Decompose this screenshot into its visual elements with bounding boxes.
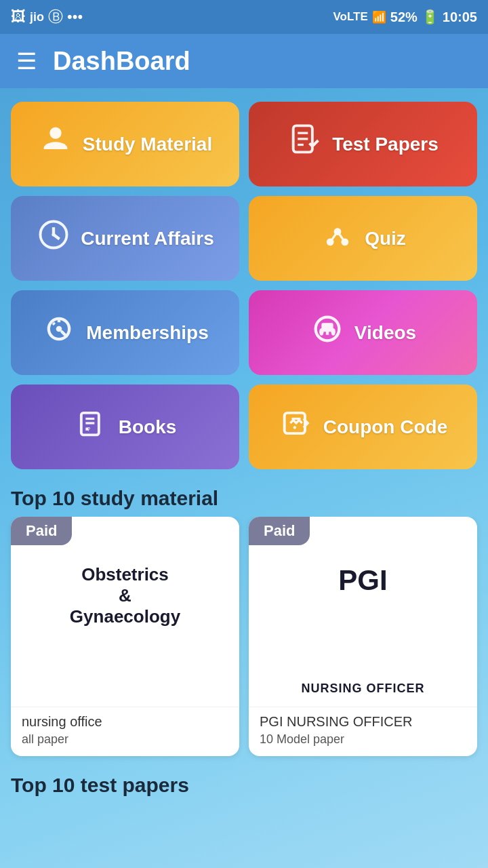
current-affairs-label: Current Affairs [81,228,214,250]
memberships-card[interactable]: Memberships [11,290,239,375]
test-papers-icon [287,123,323,165]
page-title: DashBoard [53,47,190,76]
study-card-2-name: PGI NURSING OFFICER [260,714,466,730]
videos-card[interactable]: Videos [249,290,477,375]
memberships-icon [41,311,77,354]
test-papers-label: Test Papers [332,134,439,155]
dashboard-grid: Study Material Test Papers Current Affai… [0,88,488,476]
sim-icon: 📶 [372,10,386,24]
study-card-1-footer: nursing office all paper [11,707,239,756]
time-display: 10:05 [443,9,477,25]
paid-badge-2: Paid [249,517,310,545]
current-affairs-card[interactable]: Current Affairs [11,196,239,281]
study-material-card[interactable]: Study Material [11,102,239,186]
current-affairs-icon [36,217,71,260]
svg-point-16 [331,328,336,336]
books-card[interactable]: ? Books [11,384,239,469]
coupon-code-card[interactable]: Coupon Code [249,384,477,469]
quiz-icon [320,217,355,260]
svg-point-22 [293,426,296,429]
memberships-label: Memberships [86,322,209,344]
svg-text:?: ? [87,426,90,433]
more-icon: ••• [67,8,83,26]
svg-point-8 [52,233,56,236]
status-bar: 🖼 jio Ⓑ ••• VoLTE 📶 52% 🔋 10:05 [0,0,488,34]
study-card-1[interactable]: Paid Obstetrics&Gynaecology nursing offi… [11,517,239,756]
study-card-2-subtitle: NURSING OFFICER [260,682,466,696]
books-icon: ? [74,406,109,448]
study-card-1-title: Obstetrics&Gynaecology [22,551,228,634]
study-card-1-body: Obstetrics&Gynaecology [11,517,239,707]
app-icon-3: Ⓑ [48,7,63,27]
status-right: VoLTE 📶 52% 🔋 10:05 [333,9,478,25]
study-card-2[interactable]: Paid PGI NURSING OFFICER PGI NURSING OFF… [249,517,477,756]
videos-icon [310,311,345,354]
battery-text: 52% [390,9,418,25]
app-icon-2: jio [30,10,44,24]
svg-line-12 [330,232,338,242]
hamburger-menu[interactable]: ☰ [16,47,37,75]
top-bar: ☰ DashBoard [0,34,488,88]
study-card-2-desc: 10 Model paper [260,732,466,747]
videos-label: Videos [354,322,416,344]
battery-icon: 🔋 [422,9,439,25]
study-card-2-title: PGI [260,551,466,604]
quiz-card[interactable]: Quiz [249,196,477,281]
status-left: 🖼 jio Ⓑ ••• [11,7,83,27]
coupon-code-label: Coupon Code [323,416,448,438]
study-material-icon [38,123,73,165]
study-card-1-desc: all paper [22,732,228,747]
app-icon-1: 🖼 [11,8,26,26]
coupon-code-icon [279,406,314,448]
test-papers-card[interactable]: Test Papers [249,102,477,186]
books-label: Books [119,416,177,438]
study-material-cards-row: Paid Obstetrics&Gynaecology nursing offi… [0,517,488,767]
study-card-2-body: PGI NURSING OFFICER [249,517,477,707]
study-card-2-footer: PGI NURSING OFFICER 10 Model paper [249,707,477,756]
study-card-1-name: nursing office [22,714,228,730]
paid-badge-1: Paid [11,517,72,545]
network-icon: VoLTE [333,10,368,24]
svg-point-15 [319,328,324,336]
svg-line-13 [338,232,345,242]
study-material-label: Study Material [83,134,212,155]
quiz-label: Quiz [365,228,406,250]
top-test-section-title: Top 10 test papers [0,767,488,808]
top-study-section-title: Top 10 study material [0,476,488,517]
svg-point-0 [49,127,61,139]
